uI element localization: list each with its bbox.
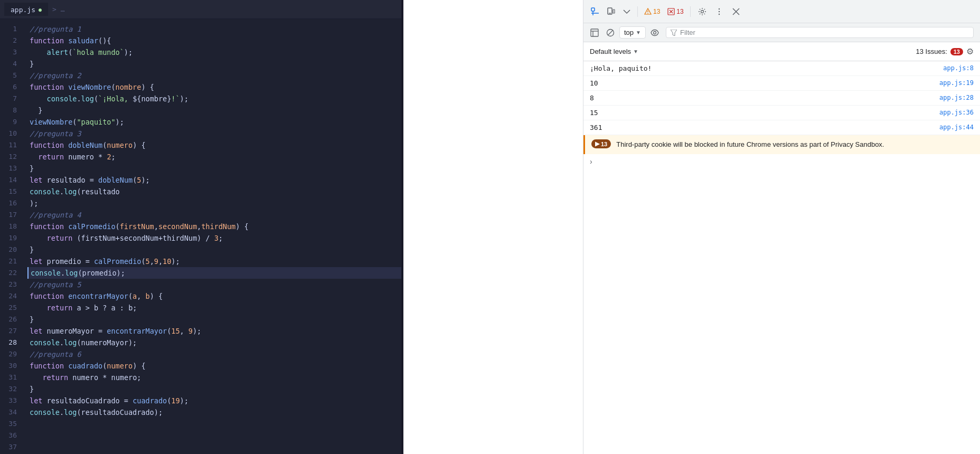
code-line-9: } (27, 105, 401, 116)
issues-badge: 13 (950, 48, 963, 55)
tab-label: app.js (11, 6, 35, 14)
code-line-38: //pregunta 6 (27, 348, 401, 360)
expand-row[interactable]: › (583, 154, 980, 169)
console-link-5[interactable]: app.js:44 (939, 124, 974, 131)
warning-count: 13 (653, 8, 660, 15)
code-line-23: function calPromedio(firstNum,secondNum,… (27, 221, 401, 232)
ln-10: 10 (0, 128, 17, 139)
clear-console-button[interactable] (604, 26, 617, 40)
ln-35: 35 (0, 418, 17, 430)
console-value-4: 15 (590, 109, 939, 117)
context-selector[interactable]: top ▼ (619, 26, 646, 39)
issues-label: 13 Issues: 13 ⚙ (916, 46, 974, 56)
code-line-1: //pregunta 1 (27, 23, 401, 35)
svg-rect-0 (591, 8, 595, 11)
chevron-down-icon-2: ▼ (633, 49, 638, 54)
ln-34: 34 (0, 406, 17, 418)
editor-panel: app.js ● > … 1 2 3 4 5 6 7 8 9 10 11 12 … (0, 0, 401, 454)
code-line-31: function encontrarMayor(a, b) { (27, 290, 401, 302)
code-line-15: return numero * 2; (27, 151, 401, 163)
console-output: ¡Hola, paquito! app.js:8 10 app.js:19 8 … (583, 61, 980, 454)
ln-21: 21 (0, 256, 17, 267)
tab-dot: ● (39, 7, 42, 13)
ln-33: 33 (0, 395, 17, 406)
code-line-36: console.log(numeroMayor); (27, 337, 401, 348)
ln-31: 31 (0, 372, 17, 383)
ln-18: 18 (0, 221, 17, 232)
ln-9: 9 (0, 116, 17, 128)
devtools-more-button[interactable] (712, 4, 727, 19)
code-content[interactable]: //pregunta 1 function saludar(){ alert(`… (23, 19, 401, 454)
ln-4: 4 (0, 58, 17, 70)
svg-point-11 (701, 10, 703, 13)
code-line-20: ); (27, 197, 401, 209)
console-value-5: 361 (590, 124, 939, 131)
ln-37: 37 (0, 441, 17, 453)
ln-12: 12 (0, 151, 17, 163)
warning-row: ▶ 13 Third-party cookie will be blocked … (583, 135, 980, 154)
code-line-18: let resultado = dobleNum(5); (27, 174, 401, 186)
default-levels-label: Default levels (590, 48, 631, 55)
code-line-16: } (27, 163, 401, 174)
issues-gear-button[interactable]: ⚙ (966, 46, 974, 56)
console-value-1: ¡Hola, paquito! (590, 64, 943, 72)
ln-26: 26 (0, 314, 17, 325)
ln-24: 24 (0, 290, 17, 302)
editor-tab[interactable]: app.js ● (4, 3, 48, 16)
warning-badge[interactable]: ▶ 13 (591, 139, 611, 148)
ln-32: 32 (0, 383, 17, 395)
ln-25: 25 (0, 302, 17, 314)
devtools-panel: 13 13 (583, 0, 980, 454)
console-link-2[interactable]: app.js:19 (939, 79, 974, 87)
more-tabs-button[interactable] (619, 4, 634, 19)
editor-tab-bar: app.js ● > … (0, 0, 401, 19)
device-toolbar-button[interactable] (604, 4, 618, 19)
ln-28: 28 (0, 337, 17, 348)
console-link-3[interactable]: app.js:28 (939, 94, 974, 101)
error-count-display: 13 (664, 6, 686, 17)
warning-count-display: 13 (641, 6, 663, 17)
error-count: 13 (676, 8, 683, 15)
code-line-39: function cuadrado(numero) { (27, 360, 401, 372)
ln-20: 20 (0, 244, 17, 256)
ln-19: 19 (0, 232, 17, 244)
inspect-element-button[interactable] (588, 4, 602, 19)
ln-7: 7 (0, 93, 17, 105)
ln-36: 36 (0, 430, 17, 441)
warning-play-icon: ▶ (595, 140, 599, 147)
warning-count-num: 13 (601, 141, 607, 147)
svg-marker-23 (671, 30, 677, 36)
console-filter-input[interactable]: Filter (666, 27, 974, 38)
toolbar-separator-2 (690, 6, 691, 17)
ln-14: 14 (0, 174, 17, 186)
issues-text: 13 Issues: (916, 48, 947, 55)
warning-message: Third-party cookie will be blocked in fu… (616, 139, 974, 150)
console-value-3: 8 (590, 94, 939, 102)
devtools-close-button[interactable] (729, 4, 743, 19)
svg-point-7 (647, 13, 648, 13)
default-levels-button[interactable]: Default levels ▼ (590, 48, 638, 55)
svg-line-21 (608, 30, 613, 35)
code-line-25: } (27, 244, 401, 256)
console-entry-4: 15 app.js:36 (583, 106, 980, 120)
code-line-4: } (27, 58, 401, 70)
code-line-30: //pregunta 5 (27, 279, 401, 290)
console-value-2: 10 (590, 79, 939, 87)
console-entry-5: 361 app.js:44 (583, 120, 980, 135)
dock-side-button[interactable] (588, 26, 601, 40)
svg-point-14 (719, 13, 720, 14)
devtools-settings-button[interactable] (695, 4, 710, 19)
console-link-1[interactable]: app.js:8 (943, 64, 974, 72)
console-entry-1: ¡Hola, paquito! app.js:8 (583, 61, 980, 76)
devtools-secondary-toolbar: top ▼ Filter (583, 23, 980, 42)
svg-point-13 (719, 11, 720, 12)
code-line-43: let resultadoCuadrado = cuadrado(19); (27, 395, 401, 406)
console-link-4[interactable]: app.js:36 (939, 109, 974, 116)
ln-17: 17 (0, 209, 17, 221)
ln-16: 16 (0, 197, 17, 209)
preview-panel (403, 0, 583, 454)
live-expressions-button[interactable] (648, 26, 662, 40)
svg-point-12 (719, 8, 720, 9)
breadcrumb-more: > … (52, 5, 64, 13)
ln-3: 3 (0, 46, 17, 58)
